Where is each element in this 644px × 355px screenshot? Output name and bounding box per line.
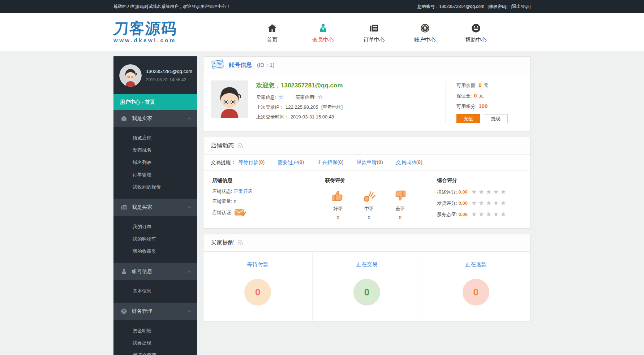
ratings-column: 获得评价 好评 0 bbox=[311, 171, 426, 228]
shop-traffic-line: 店铺流量: 0 bbox=[212, 198, 311, 205]
rss-icon bbox=[237, 239, 244, 247]
trade-reminder-row: 交易提醒： 等待付款(0) 需要过户(0) 正在担保(0) 退款申请(0) 交易… bbox=[203, 155, 530, 171]
sidebar-section-account-info[interactable]: 帐号信息 bbox=[113, 263, 197, 280]
panel-title-account-info: 账号信息 bbox=[229, 61, 252, 69]
account-icon: ¥ bbox=[409, 21, 441, 33]
view-address-link[interactable]: [查看地址] bbox=[321, 104, 343, 110]
seller-star-icon: ☆ bbox=[279, 94, 283, 100]
reminder-in-escrow[interactable]: 正在担保(0) bbox=[317, 159, 343, 166]
star-rating-icons: ★★★★★ bbox=[471, 199, 508, 207]
sidebar-group-buyer: 我的订单 我的购物车 我的收藏夹 bbox=[113, 216, 197, 263]
shop-status-line: 店铺状态: 正常开店 bbox=[212, 188, 311, 195]
shop-status-link[interactable]: 正常开店 bbox=[234, 188, 253, 195]
logo[interactable]: 刀客源码 www.dkewl.com bbox=[113, 21, 222, 43]
shop-info-column: 店铺信息 店铺状态: 正常开店 店铺流量: 0 店铺认证: bbox=[203, 171, 311, 228]
sidebar: 1302357281@qq.com 2019-03-31 14:55:42 用户… bbox=[113, 56, 197, 355]
buyer-cell-awaiting-payment: 等待付款 0 bbox=[203, 252, 313, 321]
refunding-count: 0 bbox=[463, 279, 489, 306]
nav-item-order-center[interactable]: 订单中心 bbox=[358, 21, 390, 43]
sidebar-profile: 1302357281@qq.com 2019-03-31 14:55:42 bbox=[113, 56, 197, 94]
sidebar-item-fund-details[interactable]: 资金明细 bbox=[113, 325, 197, 337]
deposit-line: 保证金: 0 元 bbox=[456, 92, 523, 99]
shop-info-title: 店铺信息 bbox=[212, 177, 311, 184]
id-card-icon bbox=[211, 59, 224, 72]
reminder-trade-success[interactable]: 交易成功(0) bbox=[396, 159, 422, 166]
recharge-button[interactable]: 充值 bbox=[456, 114, 480, 123]
balance-value: 0 bbox=[478, 82, 481, 88]
account-id: (ID：1) bbox=[257, 62, 274, 69]
awaiting-payment-count: 0 bbox=[244, 279, 271, 306]
shop-cert-line: 店铺认证: bbox=[212, 208, 311, 217]
buyer-cell-refunding: 正在退款 0 bbox=[421, 252, 530, 321]
sidebar-item-publish-domain[interactable]: 发布域名 bbox=[113, 144, 197, 156]
main-content: 账号信息 (ID：1) bbox=[203, 56, 531, 327]
logout-link[interactable]: [退出登录] bbox=[511, 4, 531, 9]
header: 刀客源码 www.dkewl.com 首页 会员中心 订单中心 bbox=[0, 13, 644, 51]
sidebar-section-seller[interactable]: 我是卖家 bbox=[113, 110, 197, 127]
nav-item-home[interactable]: 首页 bbox=[256, 21, 288, 43]
rating-negative-count: 0 bbox=[387, 215, 413, 220]
reminder-awaiting-payment[interactable]: 等待付款(0) bbox=[238, 159, 265, 166]
last-login-time: 2019-03-31 15:00:48 bbox=[291, 114, 334, 120]
home-icon bbox=[256, 21, 288, 33]
scores-column: 综合评分 描述评分: 0.00 ★★★★★ 发货评分: 0.00 ★★★★★ bbox=[426, 171, 530, 228]
credit-line: 卖家信息: ☆ 买家信用: ☆ bbox=[256, 94, 445, 101]
sidebar-item-my-cart[interactable]: 我的购物车 bbox=[113, 233, 197, 245]
sidebar-item-domain-list[interactable]: 域名列表 bbox=[113, 156, 197, 169]
reminder-need-transfer[interactable]: 需要过户(0) bbox=[278, 159, 304, 166]
points-line: 可用积分: 100 bbox=[456, 103, 523, 110]
avatar bbox=[119, 64, 142, 87]
last-login-ip: 122.225.98.205 bbox=[285, 104, 318, 110]
trading-count: 0 bbox=[353, 279, 380, 306]
sidebar-group-finance: 资金明细 我要提现 保证金管理 bbox=[113, 320, 197, 355]
sidebar-item-my-orders[interactable]: 我的订单 bbox=[113, 221, 197, 233]
change-password-link[interactable]: [修改密码] bbox=[488, 4, 507, 9]
topbar-account-text: 您的账号：13023572814@qq.com bbox=[417, 4, 484, 9]
sidebar-item-withdraw[interactable]: 我要提现 bbox=[113, 337, 197, 349]
star-rating-icons: ★★★★★ bbox=[471, 211, 508, 218]
last-login-time-line: 上次登录时间： 2019-03-31 15:00:48 bbox=[256, 114, 445, 120]
sidebar-item-my-favorites[interactable]: 我的收藏夹 bbox=[113, 245, 197, 257]
logo-title: 刀客源码 bbox=[113, 21, 222, 36]
reminder-refund-request[interactable]: 退款申请(0) bbox=[356, 159, 383, 166]
sidebar-user-email: 1302357281@qq.com bbox=[146, 69, 192, 74]
sidebar-item-received-offers[interactable]: 我收到的报价 bbox=[113, 181, 197, 193]
logo-subtitle: www.dkewl.com bbox=[113, 37, 222, 43]
sidebar-current-page: 用户中心 - 首页 bbox=[113, 94, 197, 110]
sidebar-section-finance[interactable]: ¥ 财务管理 bbox=[113, 303, 197, 320]
balance-line: 可用余额: 0 元 bbox=[456, 82, 523, 89]
rating-positive: 好评 0 bbox=[325, 188, 351, 220]
withdraw-button[interactable]: 提现 bbox=[484, 114, 508, 123]
help-icon bbox=[460, 21, 492, 33]
shop-traffic-value: 0 bbox=[234, 199, 236, 204]
sidebar-section-buyer[interactable]: 我是买家 bbox=[113, 199, 197, 216]
orders-icon bbox=[358, 21, 390, 33]
shop-activity-panel: 店铺动态 交易提醒： 等待付款(0) 需要过户(0) 正在担保(0) 退款申请(… bbox=[203, 137, 531, 229]
sidebar-item-deposit-manage[interactable]: 保证金管理 bbox=[113, 349, 197, 355]
nav-item-member-center[interactable]: 会员中心 bbox=[307, 21, 339, 43]
briefcase-icon bbox=[121, 115, 127, 122]
nav-item-help-center[interactable]: 帮助中心 bbox=[460, 21, 492, 43]
awaiting-payment-link[interactable]: 等待付款 bbox=[203, 261, 312, 268]
sidebar-group-seller: 预览店铺 发布域名 域名列表 订单管理 我收到的报价 bbox=[113, 127, 197, 199]
sidebar-item-preview-shop[interactable]: 预览店铺 bbox=[113, 132, 197, 144]
points-value: 100 bbox=[478, 103, 488, 109]
page: 1302357281@qq.com 2019-03-31 14:55:42 用户… bbox=[0, 51, 644, 355]
svg-text:¥: ¥ bbox=[424, 25, 427, 31]
sidebar-item-basic-info[interactable]: 基本信息 bbox=[113, 285, 197, 297]
welcome-text: 欢迎您，1302357281@qq.com bbox=[256, 81, 445, 90]
sidebar-group-account-info: 基本信息 bbox=[113, 280, 197, 303]
user-icon bbox=[121, 268, 127, 275]
sidebar-item-order-manage[interactable]: 订单管理 bbox=[113, 169, 197, 181]
scores-title: 综合评分 bbox=[437, 177, 530, 184]
refunding-link[interactable]: 正在退款 bbox=[421, 261, 530, 268]
account-avatar bbox=[211, 81, 248, 118]
nav-item-account-center[interactable]: ¥ 账户中心 bbox=[409, 21, 441, 43]
rating-negative: 差评 0 bbox=[387, 188, 413, 220]
member-icon bbox=[307, 21, 339, 33]
buyer-cell-trading: 正在交易 0 bbox=[313, 252, 422, 321]
thumb-down-icon bbox=[387, 188, 413, 203]
score-shipping-value: 0.00 bbox=[459, 200, 468, 206]
score-shipping: 发货评分: 0.00 ★★★★★ bbox=[437, 199, 530, 207]
trading-link[interactable]: 正在交易 bbox=[313, 261, 421, 268]
